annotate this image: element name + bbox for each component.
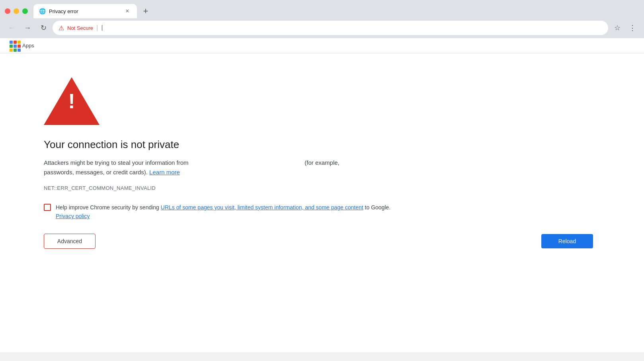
description-part2: (for example, (304, 159, 340, 166)
active-tab[interactable]: 🌐 Privacy error × (33, 4, 137, 18)
not-secure-icon: ⚠ (59, 24, 64, 32)
tab-title: Privacy error (49, 8, 120, 14)
window-controls (5, 8, 28, 14)
bookmark-icon: ☆ (614, 23, 621, 32)
security-checkbox-row: Help improve Chrome security by sending … (44, 203, 402, 221)
not-secure-text: Not Secure (67, 25, 93, 31)
error-page-content: Your connection is not private Attackers… (0, 53, 644, 352)
chrome-security-link[interactable]: URLs of some pages you visit, limited sy… (161, 204, 363, 211)
bookmarks-bar: Apps (0, 38, 644, 53)
dot (14, 45, 17, 48)
dot (10, 49, 13, 52)
error-heading: Your connection is not private (44, 139, 600, 151)
tab-close-button[interactable]: × (123, 7, 131, 15)
dot (14, 41, 17, 44)
back-icon: ← (8, 24, 15, 32)
menu-icon: ⋮ (629, 23, 636, 32)
checkbox-label: Help improve Chrome security by sending … (56, 203, 402, 221)
browser-chrome: 🌐 Privacy error × + ← → ↻ ⚠ Not Secure |… (0, 0, 644, 53)
action-buttons-row: Advanced Reload (44, 234, 593, 249)
security-checkbox[interactable] (44, 204, 51, 211)
dot (18, 41, 21, 44)
dot (10, 41, 13, 44)
address-bar[interactable]: ⚠ Not Secure | (53, 21, 608, 35)
back-button[interactable]: ← (5, 21, 18, 35)
maximize-window-button[interactable] (22, 8, 28, 14)
bookmark-button[interactable]: ☆ (611, 21, 624, 35)
learn-more-link[interactable]: Learn more (149, 169, 180, 176)
dot (18, 49, 21, 52)
advanced-button[interactable]: Advanced (44, 234, 96, 249)
dot (10, 45, 13, 48)
error-code: NET::ERR_CERT_COMMON_NAME_INVALID (44, 185, 600, 191)
forward-icon: → (24, 24, 31, 32)
privacy-policy-link[interactable]: Privacy policy (56, 213, 90, 219)
tab-favicon-icon: 🌐 (39, 8, 46, 14)
checkbox-text-before: Help improve Chrome security by sending (56, 204, 159, 211)
address-separator: | (96, 24, 98, 31)
address-cursor (102, 25, 102, 31)
close-window-button[interactable] (5, 8, 10, 14)
apps-shortcut[interactable]: Apps (6, 39, 37, 53)
tab-bar: 🌐 Privacy error × + (33, 4, 153, 18)
warning-icon-container (44, 77, 600, 127)
reload-nav-button[interactable]: ↻ (37, 21, 50, 35)
error-description: Attackers might be trying to steal your … (44, 158, 386, 177)
forward-button[interactable]: → (21, 21, 34, 35)
reload-icon: ↻ (41, 23, 47, 32)
navigation-bar: ← → ↻ ⚠ Not Secure | ☆ ⋮ (0, 18, 644, 38)
apps-label: Apps (22, 43, 34, 49)
dot (14, 49, 17, 52)
menu-button[interactable]: ⋮ (626, 21, 639, 35)
description-part3: passwords, messages, or credit cards). (44, 169, 148, 176)
reload-button[interactable]: Reload (541, 234, 593, 248)
description-part1: Attackers might be trying to steal your … (44, 159, 188, 166)
warning-triangle-icon (44, 77, 100, 125)
google-apps-icon (10, 41, 20, 51)
nav-right-icons: ☆ ⋮ (611, 21, 639, 35)
minimize-window-button[interactable] (14, 8, 19, 14)
dot (18, 45, 21, 48)
new-tab-button[interactable]: + (139, 5, 153, 18)
checkbox-text-after: to Google. (365, 204, 391, 211)
title-bar: 🌐 Privacy error × + (0, 0, 644, 18)
